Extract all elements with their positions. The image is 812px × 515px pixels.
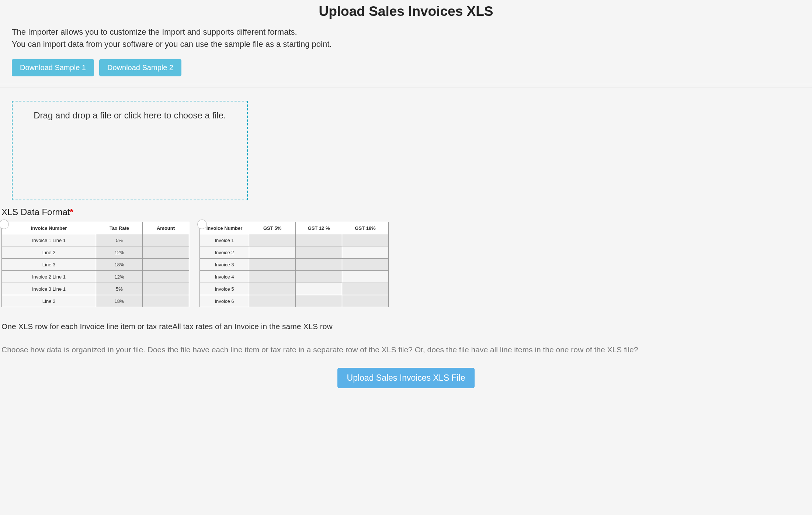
format-label-text: XLS Data Format (1, 207, 70, 217)
t2-cell (296, 234, 342, 246)
xls-format-label: XLS Data Format* (1, 207, 800, 217)
t1-cell (143, 234, 189, 246)
t1-cell (143, 271, 189, 283)
t2-cell (249, 259, 296, 271)
t1-cell (143, 295, 189, 307)
t2-cell: Invoice 1 (200, 234, 249, 246)
t2-cell (249, 283, 296, 295)
table-row: Invoice 3 Line 1 5% (2, 283, 189, 295)
format-help-text: Choose how data is organized in your fil… (1, 343, 800, 357)
t1-cell (143, 246, 189, 259)
format-desc-1: One XLS row for each Invoice line item o… (1, 322, 172, 331)
t1-cell: 12% (96, 246, 143, 259)
t2-cell (342, 283, 389, 295)
section-divider (0, 84, 812, 87)
t2-cell (296, 246, 342, 259)
file-dropzone[interactable]: Drag and drop a file or click here to ch… (12, 101, 248, 200)
t2-header-invoice: Invoice Number (200, 222, 249, 234)
table-row: Line 3 18% (2, 259, 189, 271)
t1-header-amount: Amount (143, 222, 189, 234)
format-options-row: Invoice Number Tax Rate Amount Invoice 1… (1, 222, 800, 307)
t1-cell: Invoice 2 Line 1 (2, 271, 96, 283)
t2-cell (249, 295, 296, 307)
page-title: Upload Sales Invoices XLS (12, 0, 800, 26)
table-row: Invoice 4 (200, 271, 389, 283)
t1-cell: Line 2 (2, 246, 96, 259)
download-button-row: Download Sample 1 Download Sample 2 (12, 59, 800, 76)
intro-line-1: The Importer allows you to customize the… (12, 27, 297, 37)
sample-table-2: Invoice Number GST 5% GST 12 % GST 18% I… (199, 222, 389, 307)
t1-cell: 5% (96, 234, 143, 246)
t2-cell (296, 283, 342, 295)
t1-cell (143, 283, 189, 295)
table-row: Invoice 1 Line 1 5% (2, 234, 189, 246)
table-row: Line 2 18% (2, 295, 189, 307)
t2-cell: Invoice 6 (200, 295, 249, 307)
dropzone-text: Drag and drop a file or click here to ch… (34, 110, 226, 120)
t1-cell: 12% (96, 271, 143, 283)
t2-cell (296, 295, 342, 307)
t2-header-gst12: GST 12 % (296, 222, 342, 234)
t1-cell: Line 2 (2, 295, 96, 307)
t2-cell: Invoice 4 (200, 271, 249, 283)
format-descriptions: One XLS row for each Invoice line item o… (1, 322, 800, 331)
t2-header-gst5: GST 5% (249, 222, 296, 234)
intro-text: The Importer allows you to customize the… (12, 26, 800, 50)
t2-cell (249, 246, 296, 259)
t1-cell: Invoice 1 Line 1 (2, 234, 96, 246)
t1-cell: 18% (96, 295, 143, 307)
table-row: Line 2 12% (2, 246, 189, 259)
t1-cell (143, 259, 189, 271)
format-radio-2[interactable] (197, 220, 207, 229)
table-row: Invoice 2 Line 1 12% (2, 271, 189, 283)
required-indicator: * (70, 207, 73, 217)
t1-cell: Invoice 3 Line 1 (2, 283, 96, 295)
t1-cell: 18% (96, 259, 143, 271)
download-sample-1-button[interactable]: Download Sample 1 (12, 59, 94, 76)
format-option-columns[interactable]: Invoice Number GST 5% GST 12 % GST 18% I… (199, 222, 389, 307)
t2-cell (249, 234, 296, 246)
t2-cell (342, 234, 389, 246)
t1-cell: Line 3 (2, 259, 96, 271)
t1-header-invoice: Invoice Number (2, 222, 96, 234)
t2-cell (296, 271, 342, 283)
t2-cell: Invoice 2 (200, 246, 249, 259)
table-row: Invoice 3 (200, 259, 389, 271)
sample-table-1: Invoice Number Tax Rate Amount Invoice 1… (1, 222, 189, 307)
upload-file-button[interactable]: Upload Sales Invoices XLS File (337, 368, 475, 388)
table-row: Invoice 2 (200, 246, 389, 259)
t2-cell (249, 271, 296, 283)
upload-button-row: Upload Sales Invoices XLS File (12, 368, 800, 388)
format-option-rows[interactable]: Invoice Number Tax Rate Amount Invoice 1… (1, 222, 189, 307)
t2-cell (296, 259, 342, 271)
table-row: Invoice 6 (200, 295, 389, 307)
t2-cell (342, 246, 389, 259)
t2-cell (342, 271, 389, 283)
table-row: Invoice 1 (200, 234, 389, 246)
t2-cell (342, 259, 389, 271)
t1-header-taxrate: Tax Rate (96, 222, 143, 234)
intro-line-2: You can import data from your software o… (12, 39, 332, 49)
t1-cell: 5% (96, 283, 143, 295)
table-row: Invoice 5 (200, 283, 389, 295)
format-desc-2: All tax rates of an Invoice in the same … (172, 322, 332, 331)
t2-cell (342, 295, 389, 307)
download-sample-2-button[interactable]: Download Sample 2 (99, 59, 181, 76)
t2-header-gst18: GST 18% (342, 222, 389, 234)
t2-cell: Invoice 5 (200, 283, 249, 295)
t2-cell: Invoice 3 (200, 259, 249, 271)
